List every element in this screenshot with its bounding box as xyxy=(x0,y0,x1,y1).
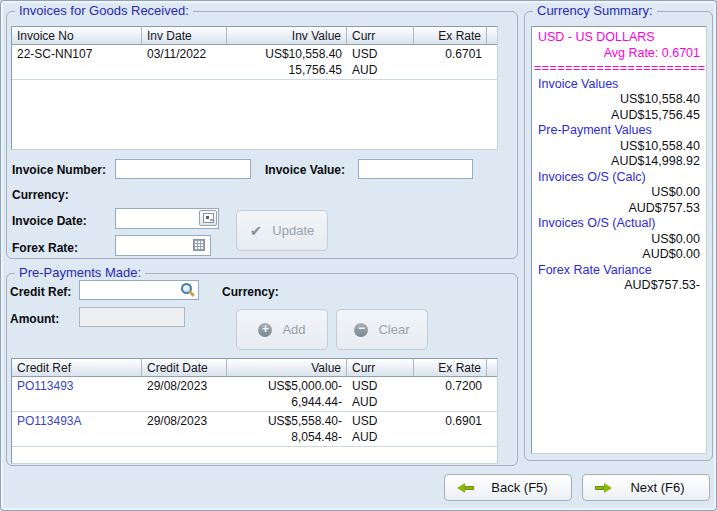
curr-cell: USD AUD xyxy=(347,377,414,411)
summary-value: AUD$15,756.45 xyxy=(532,108,706,124)
next-arrow-icon xyxy=(595,483,612,493)
ex-rate-cell: 0.6901 xyxy=(414,412,487,446)
update-button[interactable]: Update xyxy=(236,210,328,251)
col-filler xyxy=(487,27,497,44)
back-button-label: Back (F5) xyxy=(480,480,559,495)
prepayment-row[interactable]: PO113493 29/08/2023 US$5,000.00- 6,944.4… xyxy=(12,377,497,412)
col-inv-date: Inv Date xyxy=(142,27,227,44)
currency-summary-list: USD - US DOLLARS Avg Rate: 0.6701 ======… xyxy=(531,26,707,454)
credit-date-cell: 29/08/2023 xyxy=(142,377,227,411)
invoice-row[interactable]: 22-SC-NN107 03/11/2022 US$10,558.40 15,7… xyxy=(12,45,497,80)
summary-value: US$0.00 xyxy=(532,232,706,248)
currency-label: Currency: xyxy=(12,188,69,202)
prepayment-row[interactable]: PO113493A 29/08/2023 US$5,558.40- 8,054.… xyxy=(12,412,497,447)
check-icon xyxy=(250,223,263,238)
invoices-table[interactable]: Invoice No Inv Date Inv Value Curr Ex Ra… xyxy=(11,26,498,150)
invoice-date-label: Invoice Date: xyxy=(12,214,87,228)
invoices-group: Invoices for Goods Received: Invoice No … xyxy=(6,11,518,259)
calculator-icon[interactable] xyxy=(193,239,205,251)
currency-summary-group: Currency Summary: USD - US DOLLARS Avg R… xyxy=(524,11,713,461)
search-icon[interactable] xyxy=(181,283,192,294)
col-ex-rate: Ex Rate xyxy=(414,359,487,376)
minus-icon xyxy=(354,323,368,337)
date-picker-icon xyxy=(203,213,214,223)
credit-ref-label: Credit Ref: xyxy=(10,285,71,299)
col-invoice-no: Invoice No xyxy=(12,27,142,44)
ex-rate-cell: 0.7200 xyxy=(414,377,487,411)
forex-rate-label: Forex Rate: xyxy=(12,241,78,255)
value-cell: US$5,000.00- 6,944.44- xyxy=(227,377,347,411)
curr-cell: USD AUD xyxy=(347,45,414,79)
col-value: Value xyxy=(227,359,347,376)
credit-ref-field xyxy=(79,280,199,300)
summary-section-label: Invoices O/S (Actual) xyxy=(532,216,706,232)
summary-value: US$0.00 xyxy=(532,185,706,201)
col-ex-rate: Ex Rate xyxy=(414,27,487,44)
summary-value: AUD$14,998.92 xyxy=(532,154,706,170)
summary-value: US$10,558.40 xyxy=(532,139,706,155)
prepayments-group-title: Pre-Payments Made: xyxy=(15,265,145,281)
amount-label: Amount: xyxy=(10,312,59,326)
summary-section-label: Invoices O/S (Calc) xyxy=(532,170,706,186)
col-credit-date: Credit Date xyxy=(142,359,227,376)
clear-button-label: Clear xyxy=(378,322,409,337)
col-curr: Curr xyxy=(347,27,414,44)
summary-value: AUD$757.53 xyxy=(532,201,706,217)
currency-summary-title: Currency Summary: xyxy=(533,3,657,19)
invoice-value-input[interactable] xyxy=(358,159,473,179)
inv-date-cell: 03/11/2022 xyxy=(142,45,227,79)
curr-cell: USD AUD xyxy=(347,412,414,446)
ex-rate-cell: 0.6701 xyxy=(414,45,487,79)
summary-value: AUD$757.53- xyxy=(532,278,706,294)
prepayments-table-header: Credit Ref Credit Date Value Curr Ex Rat… xyxy=(12,359,497,377)
col-inv-value: Inv Value xyxy=(227,27,347,44)
invoices-table-header: Invoice No Inv Date Inv Value Curr Ex Ra… xyxy=(12,27,497,45)
credit-date-cell: 29/08/2023 xyxy=(142,412,227,446)
summary-currency-name: USD - US DOLLARS xyxy=(532,30,706,46)
plus-icon xyxy=(258,323,272,337)
prepay-currency-label: Currency: xyxy=(222,285,279,299)
back-arrow-icon xyxy=(457,483,474,493)
add-button-label: Add xyxy=(282,322,305,337)
col-curr: Curr xyxy=(347,359,414,376)
summary-section-label: Forex Rate Variance xyxy=(532,263,706,279)
prepayments-table[interactable]: Credit Ref Credit Date Value Curr Ex Rat… xyxy=(11,358,498,464)
invoice-number-label: Invoice Number: xyxy=(12,163,106,177)
invoices-group-title: Invoices for Goods Received: xyxy=(15,3,193,19)
back-button[interactable]: Back (F5) xyxy=(444,474,572,501)
forex-rate-field xyxy=(115,235,211,256)
summary-avg-rate: Avg Rate: 0.6701 xyxy=(532,46,706,62)
invoice-no-cell: 22-SC-NN107 xyxy=(12,45,142,79)
next-button[interactable]: Next (F6) xyxy=(582,474,710,501)
summary-value: AUD$0.00 xyxy=(532,247,706,263)
col-credit-ref: Credit Ref xyxy=(12,359,142,376)
summary-section-label: Invoice Values xyxy=(532,77,706,93)
date-picker-button[interactable] xyxy=(199,210,217,226)
summary-section-label: Pre-Payment Values xyxy=(532,123,706,139)
add-button[interactable]: Add xyxy=(236,309,328,350)
summary-value: US$10,558.40 xyxy=(532,92,706,108)
credit-ref-cell[interactable]: PO113493 xyxy=(12,377,142,411)
prepayments-group: Pre-Payments Made: Credit Ref: Currency:… xyxy=(6,273,518,466)
col-filler xyxy=(487,359,497,376)
next-button-label: Next (F6) xyxy=(618,480,697,495)
invoice-number-input[interactable] xyxy=(115,159,251,179)
invoice-entry-window: Invoices for Goods Received: Invoice No … xyxy=(0,0,717,511)
summary-divider: ========================== xyxy=(532,61,706,77)
invoice-date-field xyxy=(115,208,219,229)
inv-value-cell: US$10,558.40 15,756.45 xyxy=(227,45,347,79)
value-cell: US$5,558.40- 8,054.48- xyxy=(227,412,347,446)
clear-button[interactable]: Clear xyxy=(336,309,428,350)
amount-input[interactable] xyxy=(79,307,185,327)
invoice-value-label: Invoice Value: xyxy=(265,163,345,177)
credit-ref-cell[interactable]: PO113493A xyxy=(12,412,142,446)
update-button-label: Update xyxy=(272,223,314,238)
